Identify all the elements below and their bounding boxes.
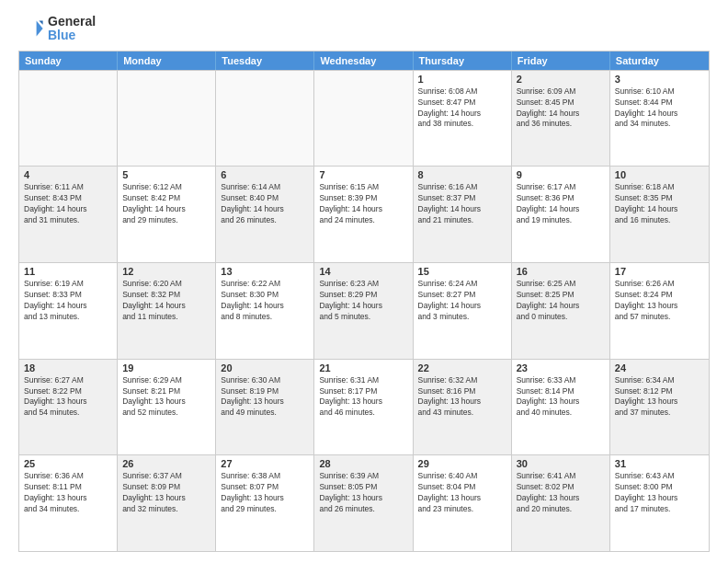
day-info: Sunrise: 6:15 AM Sunset: 8:39 PM Dayligh… bbox=[319, 182, 407, 226]
day-info: Sunrise: 6:08 AM Sunset: 8:47 PM Dayligh… bbox=[418, 86, 506, 131]
day-number: 30 bbox=[517, 458, 605, 469]
day-number: 4 bbox=[24, 169, 112, 180]
header-wednesday: Wednesday bbox=[314, 52, 413, 70]
logo-icon bbox=[18, 16, 44, 41]
day-number: 14 bbox=[319, 266, 407, 277]
day-number: 9 bbox=[517, 169, 605, 180]
calendar-cell: 22Sunrise: 6:32 AM Sunset: 8:16 PM Dayli… bbox=[414, 360, 512, 455]
day-number: 23 bbox=[517, 362, 605, 373]
day-info: Sunrise: 6:27 AM Sunset: 8:22 PM Dayligh… bbox=[24, 375, 112, 419]
day-info: Sunrise: 6:32 AM Sunset: 8:16 PM Dayligh… bbox=[418, 375, 506, 419]
day-info: Sunrise: 6:33 AM Sunset: 8:14 PM Dayligh… bbox=[517, 375, 605, 419]
day-number: 16 bbox=[517, 266, 605, 277]
day-number: 3 bbox=[615, 74, 704, 85]
calendar-cell: 7Sunrise: 6:15 AM Sunset: 8:39 PM Daylig… bbox=[314, 167, 413, 262]
calendar-cell: 8Sunrise: 6:16 AM Sunset: 8:37 PM Daylig… bbox=[414, 167, 512, 262]
day-number: 22 bbox=[418, 362, 506, 373]
day-number: 1 bbox=[418, 74, 506, 85]
day-info: Sunrise: 6:11 AM Sunset: 8:43 PM Dayligh… bbox=[24, 182, 112, 226]
day-info: Sunrise: 6:38 AM Sunset: 8:07 PM Dayligh… bbox=[221, 471, 309, 515]
logo-text: General Blue bbox=[48, 15, 96, 43]
day-info: Sunrise: 6:26 AM Sunset: 8:24 PM Dayligh… bbox=[615, 279, 704, 323]
calendar-row-4: 18Sunrise: 6:27 AM Sunset: 8:22 PM Dayli… bbox=[19, 359, 709, 455]
day-number: 11 bbox=[24, 266, 112, 277]
calendar-cell: 1Sunrise: 6:08 AM Sunset: 8:47 PM Daylig… bbox=[414, 71, 512, 167]
day-number: 2 bbox=[517, 74, 605, 85]
day-number: 31 bbox=[615, 458, 704, 469]
calendar-cell: 5Sunrise: 6:12 AM Sunset: 8:42 PM Daylig… bbox=[118, 167, 216, 262]
day-number: 6 bbox=[221, 169, 309, 180]
header-tuesday: Tuesday bbox=[216, 52, 314, 70]
day-info: Sunrise: 6:43 AM Sunset: 8:00 PM Dayligh… bbox=[615, 471, 704, 515]
day-number: 5 bbox=[122, 169, 210, 180]
calendar-cell: 15Sunrise: 6:24 AM Sunset: 8:27 PM Dayli… bbox=[414, 263, 512, 359]
day-info: Sunrise: 6:16 AM Sunset: 8:37 PM Dayligh… bbox=[418, 182, 506, 226]
header-sunday: Sunday bbox=[19, 52, 118, 70]
logo: General Blue bbox=[18, 15, 96, 43]
calendar-cell: 31Sunrise: 6:43 AM Sunset: 8:00 PM Dayli… bbox=[610, 455, 709, 551]
day-info: Sunrise: 6:40 AM Sunset: 8:04 PM Dayligh… bbox=[418, 471, 506, 515]
day-number: 13 bbox=[221, 266, 309, 277]
day-info: Sunrise: 6:17 AM Sunset: 8:36 PM Dayligh… bbox=[517, 182, 605, 226]
calendar-cell: 30Sunrise: 6:41 AM Sunset: 8:02 PM Dayli… bbox=[512, 455, 610, 551]
day-info: Sunrise: 6:10 AM Sunset: 8:44 PM Dayligh… bbox=[615, 86, 704, 131]
day-info: Sunrise: 6:12 AM Sunset: 8:42 PM Dayligh… bbox=[122, 182, 210, 226]
calendar-cell: 3Sunrise: 6:10 AM Sunset: 8:44 PM Daylig… bbox=[610, 71, 709, 167]
calendar-cell: 19Sunrise: 6:29 AM Sunset: 8:21 PM Dayli… bbox=[118, 360, 216, 455]
calendar-row-1: 1Sunrise: 6:08 AM Sunset: 8:47 PM Daylig… bbox=[19, 70, 709, 167]
calendar-cell bbox=[314, 71, 413, 167]
calendar-row-5: 25Sunrise: 6:36 AM Sunset: 8:11 PM Dayli… bbox=[19, 454, 709, 551]
day-number: 27 bbox=[221, 458, 309, 469]
day-number: 20 bbox=[221, 362, 309, 373]
calendar-header: Sunday Monday Tuesday Wednesday Thursday… bbox=[19, 52, 709, 70]
day-number: 29 bbox=[418, 458, 506, 469]
day-number: 10 bbox=[615, 169, 704, 180]
calendar-cell: 27Sunrise: 6:38 AM Sunset: 8:07 PM Dayli… bbox=[216, 455, 314, 551]
day-info: Sunrise: 6:37 AM Sunset: 8:09 PM Dayligh… bbox=[122, 471, 210, 515]
day-number: 7 bbox=[319, 169, 407, 180]
day-info: Sunrise: 6:20 AM Sunset: 8:32 PM Dayligh… bbox=[122, 279, 210, 323]
day-info: Sunrise: 6:39 AM Sunset: 8:05 PM Dayligh… bbox=[319, 471, 407, 515]
header-monday: Monday bbox=[118, 52, 216, 70]
day-number: 28 bbox=[319, 458, 407, 469]
day-number: 26 bbox=[122, 458, 210, 469]
calendar-cell: 12Sunrise: 6:20 AM Sunset: 8:32 PM Dayli… bbox=[118, 263, 216, 359]
header-friday: Friday bbox=[512, 52, 610, 70]
calendar-cell: 9Sunrise: 6:17 AM Sunset: 8:36 PM Daylig… bbox=[512, 167, 610, 262]
calendar-cell bbox=[19, 71, 118, 167]
day-number: 25 bbox=[24, 458, 112, 469]
calendar-cell: 4Sunrise: 6:11 AM Sunset: 8:43 PM Daylig… bbox=[19, 167, 118, 262]
day-info: Sunrise: 6:31 AM Sunset: 8:17 PM Dayligh… bbox=[319, 375, 407, 419]
day-number: 12 bbox=[122, 266, 210, 277]
day-info: Sunrise: 6:41 AM Sunset: 8:02 PM Dayligh… bbox=[517, 471, 605, 515]
day-info: Sunrise: 6:22 AM Sunset: 8:30 PM Dayligh… bbox=[221, 279, 309, 323]
day-info: Sunrise: 6:23 AM Sunset: 8:29 PM Dayligh… bbox=[319, 279, 407, 323]
calendar-cell: 6Sunrise: 6:14 AM Sunset: 8:40 PM Daylig… bbox=[216, 167, 314, 262]
day-number: 18 bbox=[24, 362, 112, 373]
calendar-cell: 11Sunrise: 6:19 AM Sunset: 8:33 PM Dayli… bbox=[19, 263, 118, 359]
calendar-cell bbox=[216, 71, 314, 167]
calendar-cell: 10Sunrise: 6:18 AM Sunset: 8:35 PM Dayli… bbox=[610, 167, 709, 262]
calendar-cell: 14Sunrise: 6:23 AM Sunset: 8:29 PM Dayli… bbox=[314, 263, 413, 359]
calendar-cell: 13Sunrise: 6:22 AM Sunset: 8:30 PM Dayli… bbox=[216, 263, 314, 359]
calendar-cell: 26Sunrise: 6:37 AM Sunset: 8:09 PM Dayli… bbox=[118, 455, 216, 551]
calendar-cell: 17Sunrise: 6:26 AM Sunset: 8:24 PM Dayli… bbox=[610, 263, 709, 359]
calendar-cell: 24Sunrise: 6:34 AM Sunset: 8:12 PM Dayli… bbox=[610, 360, 709, 455]
day-number: 24 bbox=[615, 362, 704, 373]
calendar-row-2: 4Sunrise: 6:11 AM Sunset: 8:43 PM Daylig… bbox=[19, 166, 709, 262]
day-info: Sunrise: 6:36 AM Sunset: 8:11 PM Dayligh… bbox=[24, 471, 112, 515]
header: General Blue bbox=[18, 15, 710, 43]
day-info: Sunrise: 6:24 AM Sunset: 8:27 PM Dayligh… bbox=[418, 279, 506, 323]
day-number: 19 bbox=[122, 362, 210, 373]
day-info: Sunrise: 6:18 AM Sunset: 8:35 PM Dayligh… bbox=[615, 182, 704, 226]
calendar-cell: 20Sunrise: 6:30 AM Sunset: 8:19 PM Dayli… bbox=[216, 360, 314, 455]
day-info: Sunrise: 6:30 AM Sunset: 8:19 PM Dayligh… bbox=[221, 375, 309, 419]
day-info: Sunrise: 6:34 AM Sunset: 8:12 PM Dayligh… bbox=[615, 375, 704, 419]
calendar-cell bbox=[118, 71, 216, 167]
calendar-cell: 21Sunrise: 6:31 AM Sunset: 8:17 PM Dayli… bbox=[314, 360, 413, 455]
day-number: 15 bbox=[418, 266, 506, 277]
calendar-cell: 28Sunrise: 6:39 AM Sunset: 8:05 PM Dayli… bbox=[314, 455, 413, 551]
day-number: 8 bbox=[418, 169, 506, 180]
day-number: 21 bbox=[319, 362, 407, 373]
header-saturday: Saturday bbox=[610, 52, 709, 70]
